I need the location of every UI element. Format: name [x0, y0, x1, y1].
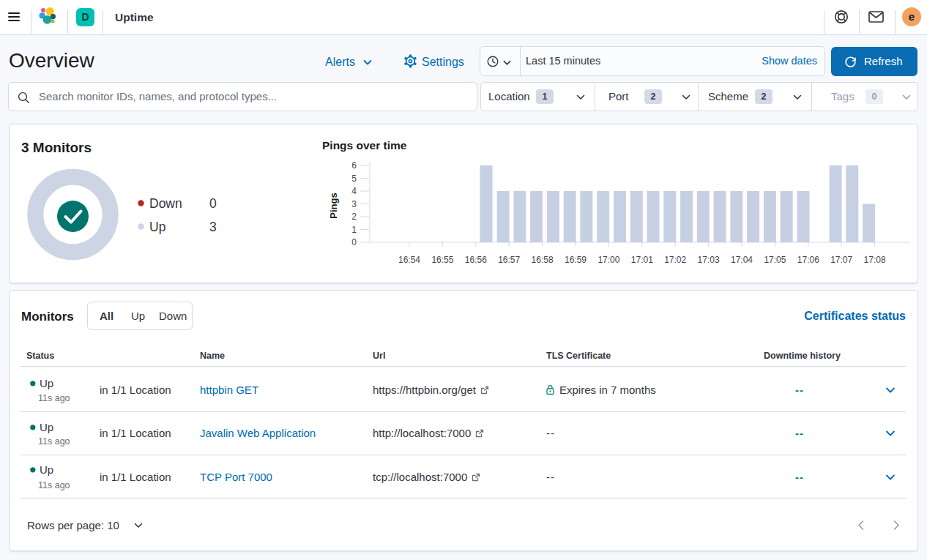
- svg-text:16:54: 16:54: [398, 255, 420, 265]
- svg-text:6: 6: [351, 160, 357, 171]
- svg-text:16:56: 16:56: [465, 255, 487, 265]
- svg-text:17:03: 17:03: [698, 255, 720, 265]
- svg-text:16:59: 16:59: [565, 255, 587, 265]
- svg-text:17:05: 17:05: [764, 255, 786, 265]
- svg-text:17:00: 17:00: [597, 255, 619, 265]
- svg-text:4: 4: [351, 186, 357, 196]
- svg-text:17:04: 17:04: [731, 255, 753, 265]
- svg-text:17:01: 17:01: [631, 255, 653, 265]
- svg-text:17:08: 17:08: [864, 255, 886, 265]
- svg-text:3: 3: [351, 199, 357, 209]
- svg-text:16:55: 16:55: [431, 255, 453, 265]
- svg-text:17:06: 17:06: [797, 255, 819, 265]
- svg-text:17:02: 17:02: [664, 255, 686, 265]
- svg-text:Pings: Pings: [328, 193, 339, 218]
- svg-text:2: 2: [351, 212, 357, 222]
- svg-text:17:07: 17:07: [830, 255, 852, 265]
- svg-text:16:57: 16:57: [498, 255, 520, 265]
- svg-text:16:58: 16:58: [532, 255, 554, 265]
- svg-text:5: 5: [351, 173, 357, 184]
- svg-text:1: 1: [351, 225, 357, 235]
- svg-text:0: 0: [351, 237, 357, 247]
